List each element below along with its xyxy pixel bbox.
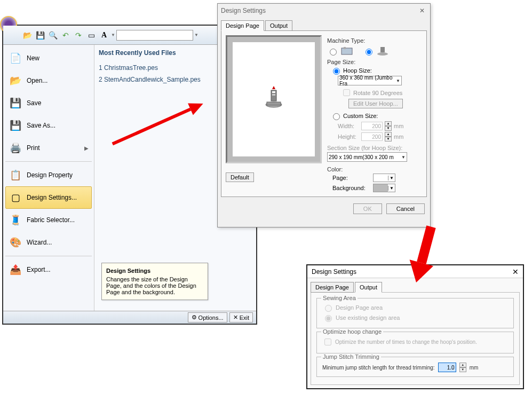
close-icon[interactable]: ✕ (417, 7, 427, 14)
dropdown-arrow-icon: ▼ (396, 78, 400, 83)
text-icon[interactable]: A (98, 29, 110, 41)
spin-down-icon[interactable]: ▼ (385, 126, 392, 131)
settings-page-icon: ▢ (9, 191, 22, 205)
exit-button[interactable]: ✕ Exit (229, 312, 253, 323)
tooltip-title: Design Settings (106, 268, 203, 274)
svg-rect-3 (272, 94, 275, 96)
dialog-title: Design Settings (221, 7, 266, 14)
undo-icon[interactable]: ↶ (60, 29, 72, 41)
dropdown-arrow-icon: ▼ (388, 186, 395, 191)
svg-rect-8 (380, 47, 385, 52)
menu-save-as[interactable]: 💾 Save As... (5, 114, 92, 137)
dialog-tabs: Design Page Output (218, 20, 430, 30)
dropdown-arrow-icon: ▼ (388, 176, 395, 180)
menu-label: Design Settings... (27, 194, 77, 201)
tab-output[interactable]: Output (265, 20, 292, 31)
menu-open[interactable]: 📂 Open... (5, 69, 92, 92)
menu-label: Fabric Selector... (27, 216, 75, 224)
save-disk-icon: 💾 (9, 96, 22, 110)
edit-user-hoop-button[interactable]: Edit User Hoop... (348, 99, 403, 108)
menu-new[interactable]: 📄 New (5, 47, 92, 69)
spin-down-icon[interactable]: ▼ (459, 367, 466, 372)
spin-up-icon[interactable]: ▲ (459, 363, 466, 367)
new-file-icon: 📄 (9, 51, 22, 65)
background-color-label: Background: (332, 185, 370, 191)
svg-rect-5 (267, 102, 281, 105)
svg-marker-0 (272, 86, 275, 89)
height-input[interactable] (361, 132, 383, 141)
menu-label: Save (27, 99, 41, 107)
zoom-icon[interactable]: 🔍 (47, 29, 59, 41)
page-icon[interactable]: ▭ (85, 29, 97, 41)
use-existing-radio: Use existing design area (322, 313, 508, 322)
menu-label: Open... (27, 77, 47, 84)
menu-label: New (27, 54, 39, 62)
save-icon[interactable]: 💾 (34, 29, 46, 41)
close-icon[interactable]: ✕ (512, 268, 519, 276)
options-label: Options... (198, 314, 224, 321)
print-icon: 🖨️ (9, 141, 22, 155)
default-button[interactable]: Default (226, 172, 254, 182)
tab-design-page[interactable]: Design Page (311, 282, 354, 293)
tab-design-page[interactable]: Design Page (221, 20, 264, 31)
hoop-size-radio[interactable]: Hoop Size: (330, 66, 422, 75)
menu-fabric-selector[interactable]: 🧵 Fabric Selector... (5, 209, 92, 231)
radio-hoop-size[interactable] (333, 68, 340, 75)
radio-machine-2[interactable] (366, 49, 372, 56)
open-folder-icon: 📂 (9, 74, 22, 88)
file-menu-column: 📄 New 📂 Open... 💾 Save 💾 Save As... 🖨️ P… (3, 45, 94, 314)
spin-down-icon[interactable]: ▼ (385, 137, 392, 141)
unit-label: mm (470, 365, 479, 371)
save-as-icon: 💾 (9, 119, 22, 132)
width-label: Width: (338, 123, 359, 129)
spin-up-icon[interactable]: ▲ (385, 132, 392, 137)
embroidery-machine-icon (375, 46, 390, 57)
menu-export[interactable]: 📤 Export... (5, 258, 92, 281)
menu-print[interactable]: 🖨️ Print ▶ (5, 137, 92, 159)
font-size-dropdown[interactable] (116, 30, 193, 41)
page-color-dropdown[interactable]: ▼ (373, 174, 395, 182)
ok-button[interactable]: OK (353, 203, 382, 214)
hoop-size-dropdown[interactable]: 360 x 360 mm (Jumbo Fra ▼ (338, 76, 402, 85)
design-settings-tooltip: Design Settings Changes the size of the … (101, 263, 208, 300)
menu-save[interactable]: 💾 Save (5, 92, 92, 114)
optimize-hoop-legend: Optimize hoop change (321, 328, 383, 335)
bottom-toolbar: ⚙ Options... ✕ Exit (3, 311, 256, 324)
tab-output[interactable]: Output (355, 282, 382, 293)
section-size-dropdown[interactable]: 290 x 190 mm(300 x 200 m ▼ (327, 152, 407, 162)
width-input[interactable] (361, 122, 383, 130)
custom-size-radio[interactable]: Custom Size: (330, 112, 422, 120)
section-size-value: 290 x 190 mm(300 x 200 m (329, 154, 394, 160)
machine-type-option-1[interactable] (327, 46, 354, 57)
menu-label: Print (27, 144, 40, 152)
menu-design-property[interactable]: 📋 Design Property (5, 164, 92, 186)
cancel-button[interactable]: Cancel (386, 203, 425, 214)
radio-custom-size[interactable] (333, 113, 340, 120)
tab-content: Default Machine Type: Page Size: Hoop Si… (221, 30, 427, 197)
svg-point-9 (377, 52, 388, 56)
rotate-90-checkbox: Rotate 90 Degrees (341, 88, 422, 98)
jump-stitch-input[interactable] (438, 363, 456, 372)
menu-wizard[interactable]: 🎨 Wizard... (5, 231, 92, 254)
page-preview (226, 35, 322, 163)
sewing-area-group: Sewing Area Design Page area Use existin… (316, 298, 514, 328)
exit-label: Exit (240, 314, 249, 321)
sewing-area-legend: Sewing Area (321, 295, 358, 301)
menu-design-settings[interactable]: ▢ Design Settings... (5, 186, 92, 209)
redo-icon[interactable]: ↷ (73, 29, 84, 41)
svg-rect-6 (342, 48, 352, 54)
machine-type-option-2[interactable] (363, 46, 390, 57)
unit-label: mm (394, 123, 403, 129)
fabric-icon: 🧵 (9, 213, 22, 227)
dropdown-arrow-icon: ▼ (401, 155, 406, 160)
open-icon[interactable]: 📂 (21, 29, 33, 41)
options-button[interactable]: ⚙ Options... (188, 312, 227, 323)
tooltip-body: Changes the size of the Design Page, and… (106, 276, 203, 295)
optimize-checkbox: Optimize the number of times to change t… (322, 337, 508, 347)
gear-icon: ⚙ (192, 314, 197, 321)
design-settings-dialog: Design Settings ✕ Design Page Output (217, 3, 431, 227)
spin-up-icon[interactable]: ▲ (385, 121, 392, 126)
wizard-icon: 🎨 (9, 235, 22, 249)
radio-machine-1[interactable] (330, 49, 337, 56)
background-color-dropdown[interactable]: ▼ (373, 184, 395, 192)
